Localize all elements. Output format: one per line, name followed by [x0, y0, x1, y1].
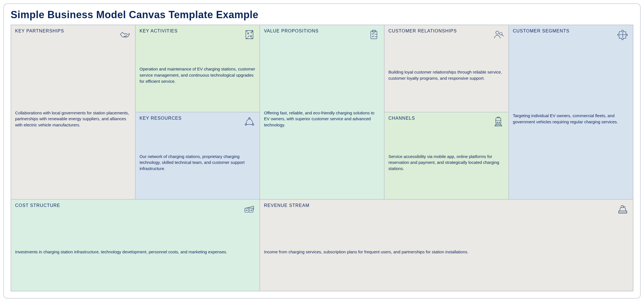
cell-customer-relationships: CUSTOMER RELATIONSHIPS Building loyal cu… — [384, 25, 509, 112]
cell-customer-segments: CUSTOMER SEGMENTS Targeting individual E… — [509, 25, 633, 199]
cash-icon — [243, 203, 256, 215]
cell-title-customer-relationships: CUSTOMER RELATIONSHIPS — [388, 29, 457, 34]
canvas-frame: Simple Business Model Canvas Template Ex… — [3, 3, 641, 299]
cell-title-customer-segments: CUSTOMER SEGMENTS — [513, 29, 570, 34]
svg-rect-0 — [246, 30, 253, 39]
cash-register-icon — [617, 203, 629, 215]
strategy-board-icon — [243, 29, 256, 41]
puzzle-icon — [617, 29, 629, 41]
cell-title-channels: CHANNELS — [388, 116, 415, 121]
svg-point-1 — [250, 36, 252, 37]
cell-value-propositions: VALUE PROPOSITIONS Offering fast, reliab… — [260, 25, 384, 199]
cell-body-value-propositions: Offering fast, reliable, and eco-friendl… — [264, 110, 380, 128]
svg-point-4 — [252, 124, 254, 126]
business-model-canvas: KEY PARTNERSHIPS Collaborations with loc… — [11, 25, 633, 291]
svg-point-8 — [500, 32, 502, 35]
cell-title-key-resources: KEY RESOURCES — [140, 116, 182, 121]
user-search-icon — [492, 29, 504, 41]
cell-cost-structure: COST STRUCTURE Investments in charging s… — [11, 199, 260, 291]
cell-channels: CHANNELS Service accessibility via mobil… — [384, 112, 509, 199]
cell-key-partnerships: KEY PARTNERSHIPS Collaborations with loc… — [11, 25, 135, 199]
cell-title-key-partnerships: KEY PARTNERSHIPS — [15, 29, 64, 34]
handshake-icon — [119, 29, 131, 41]
cell-body-channels: Service accessibility via mobile app, on… — [388, 154, 504, 172]
svg-point-10 — [497, 122, 498, 123]
cell-title-cost-structure: COST STRUCTURE — [15, 203, 60, 208]
page-title: Simple Business Model Canvas Template Ex… — [11, 9, 633, 21]
cell-body-key-partnerships: Collaborations with local governments fo… — [15, 110, 131, 128]
network-nodes-icon — [243, 116, 256, 128]
svg-point-15 — [251, 210, 252, 211]
train-icon — [492, 116, 504, 128]
cell-body-customer-relationships: Building loyal customer relationships th… — [388, 69, 504, 81]
svg-point-3 — [245, 124, 247, 126]
svg-rect-9 — [496, 118, 501, 124]
cell-body-key-activities: Operation and maintenance of EV charging… — [140, 66, 256, 84]
cell-body-customer-segments: Targeting individual EV owners, commerci… — [513, 113, 629, 125]
svg-rect-17 — [621, 206, 623, 207]
cell-key-activities: KEY ACTIVITIES Operation and maintenance… — [135, 25, 260, 112]
cell-title-key-activities: KEY ACTIVITIES — [140, 29, 178, 34]
cell-title-value-propositions: VALUE PROPOSITIONS — [264, 29, 319, 34]
svg-point-13 — [248, 209, 250, 211]
clipboard-check-icon — [368, 29, 380, 41]
cell-key-resources: KEY RESOURCES Our network of charging st… — [135, 112, 260, 199]
svg-point-7 — [496, 31, 499, 34]
cell-body-key-resources: Our network of charging stations, propri… — [140, 154, 256, 172]
svg-point-11 — [499, 122, 500, 123]
svg-point-14 — [246, 210, 247, 211]
cell-body-cost-structure: Investments in charging station infrastr… — [15, 249, 227, 255]
cell-body-revenue-stream: Income from charging services, subscript… — [264, 249, 468, 255]
cell-title-revenue-stream: REVENUE STREAM — [264, 203, 309, 208]
cell-revenue-stream: REVENUE STREAM Income from charging serv… — [260, 199, 633, 291]
